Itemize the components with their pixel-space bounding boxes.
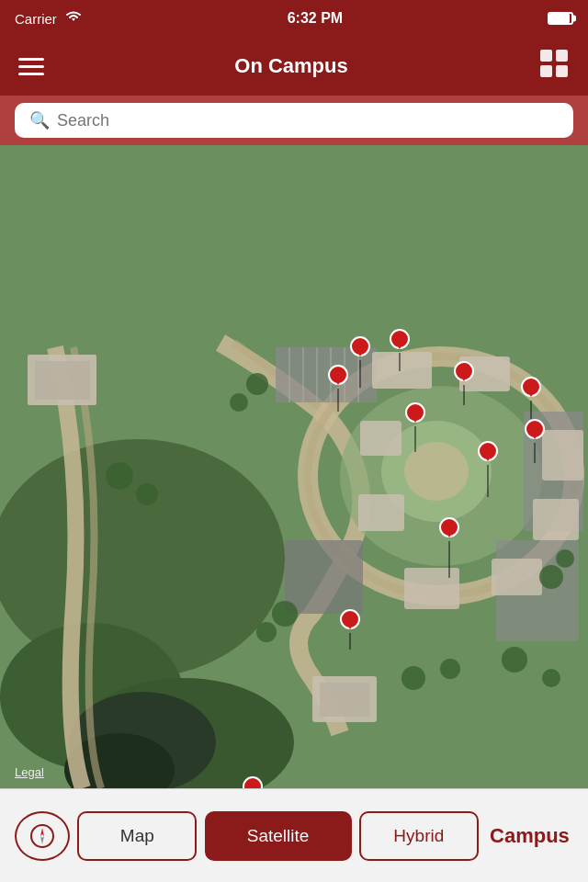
map-tab-button[interactable]: Map xyxy=(77,811,197,861)
map-pin[interactable] xyxy=(454,361,474,405)
satellite-tab-label: Satellite xyxy=(247,826,310,846)
compass-button[interactable] xyxy=(15,811,70,861)
nav-bar: On Campus xyxy=(0,37,588,96)
svg-point-39 xyxy=(556,549,574,568)
svg-rect-28 xyxy=(358,494,404,531)
search-icon: 🔍 xyxy=(29,110,50,130)
carrier-label: Carrier xyxy=(15,11,57,27)
svg-rect-0 xyxy=(540,50,552,62)
svg-rect-2 xyxy=(540,65,552,77)
svg-point-72 xyxy=(243,777,262,788)
status-time: 6:32 PM xyxy=(288,10,343,27)
svg-point-44 xyxy=(502,647,527,673)
svg-point-34 xyxy=(246,373,268,395)
battery-fill xyxy=(549,14,570,23)
svg-point-42 xyxy=(401,666,425,690)
map-pin[interactable] xyxy=(478,441,498,497)
svg-rect-29 xyxy=(360,421,401,456)
map-view[interactable] xyxy=(0,145,588,788)
svg-point-35 xyxy=(230,393,248,412)
battery-icon xyxy=(548,12,573,25)
map-pin[interactable] xyxy=(405,402,425,452)
page-title: On Campus xyxy=(234,54,347,78)
map-pin[interactable] xyxy=(390,329,410,371)
map-pin[interactable] xyxy=(243,776,263,788)
status-bar: Carrier 6:32 PM xyxy=(0,0,588,37)
svg-point-36 xyxy=(272,601,298,627)
svg-rect-25 xyxy=(533,499,579,540)
hybrid-tab-label: Hybrid xyxy=(393,826,444,846)
legal-link[interactable]: Legal xyxy=(15,765,44,779)
satellite-tab-button[interactable]: Satellite xyxy=(205,811,352,861)
map-container[interactable]: Legal xyxy=(0,145,588,788)
svg-rect-19 xyxy=(285,540,363,614)
status-left: Carrier xyxy=(15,10,83,27)
tab-bar: Map Satellite Hybrid Campus xyxy=(0,788,588,882)
search-input[interactable] xyxy=(57,111,559,130)
wifi-icon xyxy=(64,10,83,27)
menu-icon[interactable] xyxy=(18,58,44,75)
svg-rect-21 xyxy=(35,361,90,400)
svg-rect-31 xyxy=(320,683,370,717)
search-wrapper[interactable]: 🔍 xyxy=(15,103,573,138)
map-pin[interactable] xyxy=(525,419,545,463)
svg-point-41 xyxy=(136,483,158,505)
svg-point-40 xyxy=(106,462,133,490)
svg-marker-75 xyxy=(40,828,44,836)
svg-rect-24 xyxy=(542,430,583,481)
map-pin[interactable] xyxy=(340,609,360,650)
map-pin[interactable] xyxy=(350,336,370,388)
campus-tab-button[interactable]: Campus xyxy=(486,811,573,861)
search-bar: 🔍 xyxy=(0,96,588,145)
svg-rect-3 xyxy=(556,65,568,77)
building-icon[interactable] xyxy=(538,48,570,85)
hybrid-tab-button[interactable]: Hybrid xyxy=(359,811,479,861)
svg-point-38 xyxy=(539,565,563,589)
campus-tab-label: Campus xyxy=(490,824,570,848)
svg-rect-26 xyxy=(492,559,542,595)
svg-point-37 xyxy=(256,622,277,642)
svg-point-43 xyxy=(440,659,460,679)
svg-marker-76 xyxy=(40,836,44,844)
map-pin[interactable] xyxy=(328,365,348,412)
svg-point-45 xyxy=(542,669,560,687)
map-pin[interactable] xyxy=(439,517,459,578)
map-pin[interactable] xyxy=(521,377,541,419)
svg-rect-1 xyxy=(556,50,568,62)
map-tab-label: Map xyxy=(120,826,154,846)
